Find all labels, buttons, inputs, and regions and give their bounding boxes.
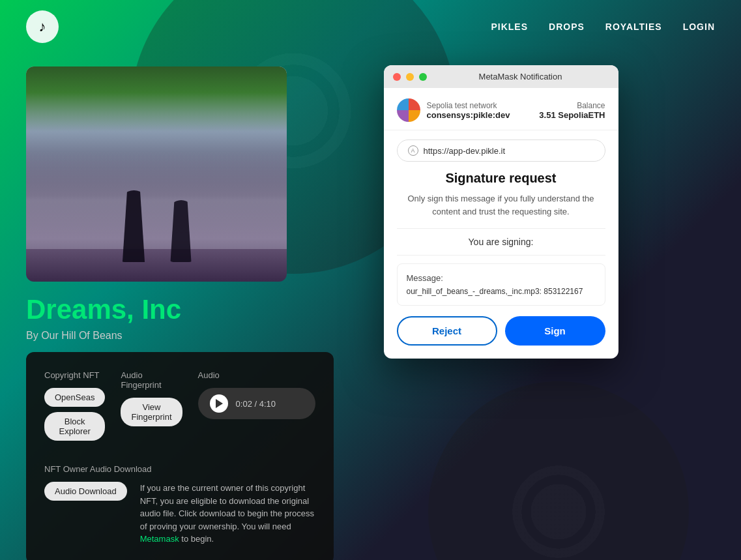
mm-reject-button[interactable]: Reject (397, 316, 497, 346)
mm-account: consensys:pikle:dev (427, 110, 510, 120)
mm-sig-desc: Only sign this message if you fully unde… (397, 192, 605, 218)
mm-close-dot[interactable] (393, 73, 401, 81)
mm-sig-title: Signature request (397, 171, 605, 186)
mm-url-bar: A https://app-dev.pikle.it (397, 140, 605, 162)
mm-titlebar: MetaMask Notification (384, 65, 618, 88)
mm-message-value: our_hill_of_beans_-_dreams,_inc.mp3: 853… (407, 287, 596, 296)
mm-signing-label: You are signing: (397, 237, 605, 247)
mm-url-text: https://app-dev.pikle.it (424, 146, 506, 156)
mm-balance-value: 3.51 SepoliaETH (539, 110, 605, 120)
mm-divider-1 (397, 228, 605, 229)
mm-sign-button[interactable]: Sign (505, 316, 605, 346)
mm-divider-2 (397, 255, 605, 256)
mm-account-details: Sepolia test network consensys:pikle:dev (427, 101, 510, 120)
mm-message-label: Message: (407, 273, 596, 283)
metamask-overlay: MetaMask Notification Sepolia test netwo… (0, 0, 741, 560)
mm-title: MetaMask Notification (432, 72, 609, 81)
mm-buttons: Reject Sign (397, 316, 605, 346)
mm-header: Sepolia test network consensys:pikle:dev… (384, 88, 618, 130)
mm-url-icon: A (408, 145, 418, 156)
mm-minimize-dot[interactable] (406, 73, 414, 81)
mm-message-section: Message: our_hill_of_beans_-_dreams,_inc… (397, 263, 605, 306)
metamask-modal: MetaMask Notification Sepolia test netwo… (384, 65, 618, 359)
mm-network-info: Sepolia test network consensys:pikle:dev (397, 98, 510, 122)
mm-maximize-dot[interactable] (419, 73, 427, 81)
mm-avatar (397, 98, 420, 122)
mm-content: Signature request Only sign this message… (384, 171, 618, 359)
mm-network-label: Sepolia test network (427, 101, 510, 110)
mm-balance-info: Balance 3.51 SepoliaETH (539, 101, 605, 120)
mm-balance-label: Balance (539, 101, 605, 110)
